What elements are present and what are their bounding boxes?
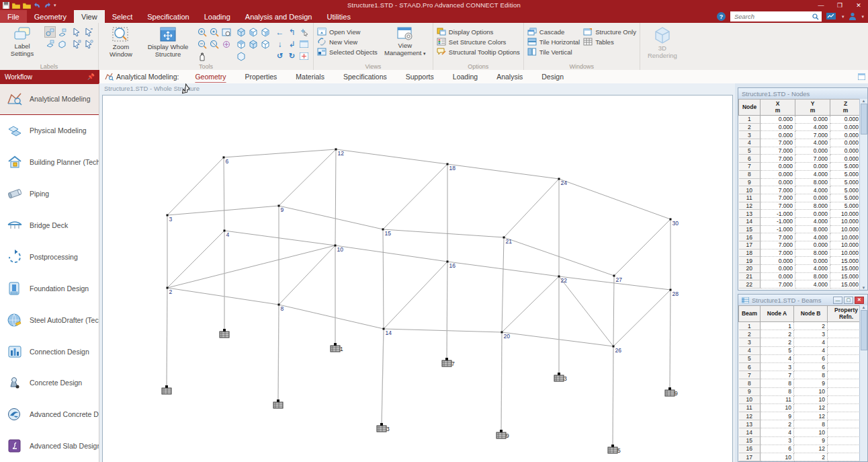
beam-line[interactable] <box>384 262 447 329</box>
beam-line[interactable] <box>336 149 447 164</box>
sidebar-item-advanced-concrete-design[interactable]: Advanced Concrete Desi... <box>0 399 99 430</box>
column-line[interactable] <box>278 305 279 401</box>
beam-line[interactable] <box>502 237 504 332</box>
spin-ccw-icon[interactable]: ↺ <box>274 50 286 62</box>
beam-cursor-icon[interactable] <box>83 26 95 38</box>
open-view-button[interactable]: Open View <box>317 28 378 36</box>
table-row[interactable]: 30.0007.0000.000 <box>739 131 860 139</box>
view-management-button[interactable]: View Management ▾ <box>381 24 429 56</box>
table-row[interactable]: 70.0000.0005.000 <box>739 163 860 171</box>
sidebar-item-physical-modeling[interactable]: Physical Modeling <box>0 115 99 147</box>
node-dot[interactable] <box>278 304 280 306</box>
solid-cursor-icon[interactable] <box>83 38 95 50</box>
node-dot[interactable] <box>383 328 385 330</box>
rotate-left-icon[interactable]: ← <box>274 26 286 38</box>
beams-panel-title[interactable]: Structure1.STD - Beams — ▢ ✕ <box>738 295 867 305</box>
zoom-window-button[interactable]: Zoom Window <box>102 24 140 58</box>
table-row[interactable]: 67.0007.0000.000 <box>739 155 860 163</box>
new-view-button[interactable]: New View <box>317 38 378 46</box>
spin-cw-icon[interactable]: ↻ <box>286 50 298 62</box>
front-view-icon[interactable] <box>247 26 259 38</box>
table-row[interactable]: 80.0004.0005.000 <box>739 170 860 178</box>
close-button[interactable]: ✕ <box>849 0 868 10</box>
table-row[interactable]: 200.0004.00015.000 <box>739 265 860 273</box>
structure-drawing[interactable]: 1379359234689101214151618202122242627283… <box>103 95 733 462</box>
sidebar-item-steel-autodrafter[interactable]: Steel AutoDrafter (Techn... <box>0 304 99 336</box>
beam-line[interactable] <box>559 276 613 346</box>
zoom-out-icon[interactable] <box>196 38 208 50</box>
node-dot[interactable] <box>167 215 169 217</box>
beam-line[interactable] <box>279 245 335 305</box>
tab-supports[interactable]: Supports <box>396 73 443 81</box>
restore-button[interactable]: ❐ <box>830 0 849 10</box>
sidebar-item-advanced-slab-design[interactable]: Advanced Slab Design <box>0 430 99 462</box>
table-row[interactable]: 15392 <box>739 436 860 445</box>
table-row[interactable]: 187.0008.00010.000 <box>739 249 860 257</box>
tab-analysis[interactable]: Analysis <box>487 73 532 81</box>
table-row[interactable]: 6362 <box>739 362 860 371</box>
fixed-support-icon[interactable] <box>554 373 564 381</box>
perspective-view-icon[interactable] <box>235 50 247 62</box>
menu-tab-loading[interactable]: Loading <box>197 10 238 23</box>
node-dot[interactable] <box>613 346 615 348</box>
beams-col-node-a[interactable]: Node A <box>761 306 794 322</box>
table-row[interactable]: 13282 <box>739 420 860 428</box>
solid-labels-icon[interactable] <box>56 38 68 50</box>
view-dialog-icon[interactable] <box>298 38 310 50</box>
table-row[interactable]: 1011101 <box>739 395 860 403</box>
structural-tooltip-options-button[interactable]: Structural Tooltip Options <box>437 48 520 56</box>
menu-tab-file[interactable]: File <box>0 10 27 23</box>
beam-line[interactable] <box>167 288 279 305</box>
rotate-front-icon[interactable]: ↲ <box>286 38 298 50</box>
fixed-support-icon[interactable] <box>665 387 675 396</box>
beam-line[interactable] <box>279 305 384 329</box>
bottom-view-icon[interactable] <box>247 38 259 50</box>
fixed-support-icon[interactable] <box>377 423 386 432</box>
table-row[interactable]: 14-1.0004.00010.000 <box>739 217 860 225</box>
column-line[interactable] <box>382 329 384 425</box>
table-row[interactable]: 2231 <box>739 330 860 338</box>
node-dot[interactable] <box>501 332 503 334</box>
beam-line[interactable] <box>559 179 670 219</box>
nodes-panel-title[interactable]: Structure1.STD - Nodes <box>738 88 867 99</box>
table-row[interactable]: 1110121 <box>739 403 860 412</box>
table-row[interactable]: 227.0004.00015.000 <box>739 280 860 288</box>
display-whole-structure-button[interactable]: Display Whole Structure <box>143 24 193 58</box>
table-row[interactable]: 98102 <box>739 387 860 395</box>
sidebar-item-foundation-design[interactable]: Foundation Design <box>0 272 99 304</box>
node-dot[interactable] <box>670 219 672 221</box>
table-row[interactable]: 8891 <box>739 379 860 387</box>
new-window-icon[interactable] <box>298 50 310 62</box>
beam-line[interactable] <box>504 179 559 237</box>
beams-col-node-b[interactable]: Node B <box>794 306 828 322</box>
table-row[interactable]: 47.0004.0000.000 <box>739 139 860 147</box>
column-line[interactable] <box>613 346 613 447</box>
fixed-support-icon[interactable] <box>442 358 451 367</box>
node-dot[interactable] <box>167 287 169 289</box>
user-icon[interactable] <box>849 12 857 22</box>
beams-col-property[interactable]: Property Refn. <box>828 306 860 322</box>
node-dot[interactable] <box>670 289 672 291</box>
structure-only-button[interactable]: Structure Only <box>583 28 636 36</box>
sidebar-item-postprocessing[interactable]: Postprocessing <box>0 241 99 272</box>
fixed-support-icon[interactable] <box>162 385 171 394</box>
undo-icon[interactable] <box>34 2 41 9</box>
menu-tab-specification[interactable]: Specification <box>140 10 196 23</box>
fixed-support-icon[interactable] <box>273 399 283 408</box>
node-labels-icon[interactable] <box>44 26 56 38</box>
table-row[interactable]: 144102 <box>739 428 860 436</box>
table-row[interactable]: 5461 <box>739 354 860 362</box>
table-row[interactable]: 15-1.0008.00010.000 <box>739 225 860 233</box>
beam-line[interactable] <box>383 164 447 229</box>
column-line[interactable] <box>501 332 502 432</box>
table-row[interactable]: 7781 <box>739 371 860 379</box>
beams-restore-button[interactable]: ▢ <box>844 297 853 304</box>
nodes-col-node[interactable]: Node <box>739 100 761 116</box>
menu-tab-view[interactable]: View <box>74 10 105 23</box>
sidebar-item-concrete-design[interactable]: Concrete Design <box>0 367 99 399</box>
nodes-col-y[interactable]: Ym <box>795 100 830 116</box>
table-row[interactable]: 171023 <box>739 453 860 461</box>
beams-col-beam[interactable]: Beam <box>739 306 761 322</box>
table-row[interactable]: 107.0004.0005.000 <box>739 186 860 194</box>
zoom-selection-icon[interactable] <box>220 26 232 38</box>
